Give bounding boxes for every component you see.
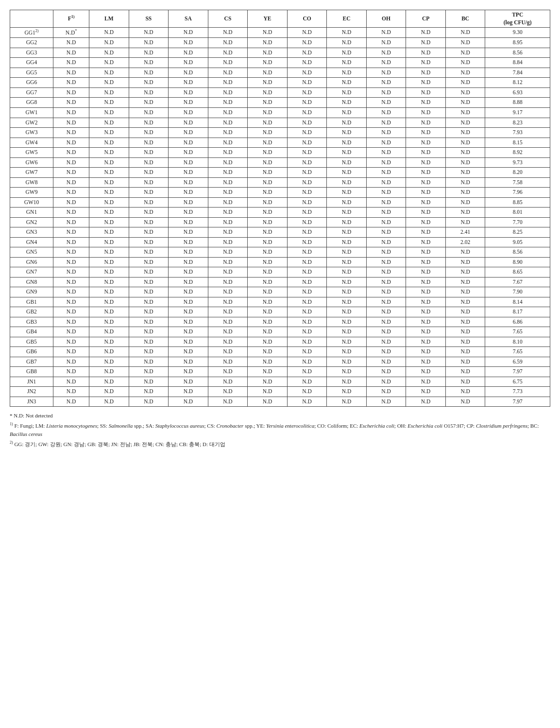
cell-ec: N.D	[327, 367, 367, 377]
cell-tpc: 7.97	[485, 367, 550, 377]
cell-cs: N.D	[208, 168, 248, 178]
cell-ye: N.D	[248, 197, 288, 208]
cell-cp: N.D	[406, 307, 446, 317]
cell-sa: N.D	[169, 227, 208, 238]
cell-tpc: 7.96	[485, 188, 550, 198]
cell-bc: N.D	[445, 148, 485, 158]
cell-ec: N.D	[327, 177, 367, 188]
cell-tpc: 7.73	[485, 387, 550, 397]
cell-cs: N.D	[208, 397, 248, 407]
table-row: GB3N.DN.DN.DN.DN.DN.DN.DN.DN.DN.DN.D6.86	[10, 317, 550, 327]
cell-bc: 2.02	[445, 237, 485, 247]
cell-lm: N.D	[89, 347, 129, 357]
cell-tpc: 7.97	[485, 397, 550, 407]
cell-ye: N.D	[248, 327, 288, 337]
header-sample	[10, 10, 53, 28]
cell-cs: N.D	[208, 48, 248, 58]
cell-f: N.D	[53, 247, 89, 258]
cell-ec: N.D	[327, 68, 367, 78]
table-row: GN9N.DN.DN.DN.DN.DN.DN.DN.DN.DN.DN.D7.90	[10, 287, 550, 297]
cell-tpc: 9.05	[485, 237, 550, 247]
cell-co: N.D	[287, 337, 327, 347]
cell-ss: N.D	[129, 327, 169, 337]
cell-ss: N.D	[129, 377, 169, 387]
cell-cp: N.D	[406, 78, 446, 88]
cell-cp: N.D	[406, 148, 446, 158]
cell-ec: N.D	[327, 327, 367, 337]
cell-lm: N.D	[89, 247, 129, 258]
cell-oh: N.D	[366, 28, 406, 38]
cell-lm: N.D	[89, 387, 129, 397]
cell-ye: N.D	[248, 337, 288, 347]
cell-ye: N.D	[248, 377, 288, 387]
cell-tpc: 7.58	[485, 177, 550, 188]
table-row: GB7N.DN.DN.DN.DN.DN.DN.DN.DN.DN.DN.D6.59	[10, 357, 550, 367]
cell-sample: GW10	[10, 197, 53, 208]
cell-sa: N.D	[169, 48, 208, 58]
cell-sa: N.D	[169, 78, 208, 88]
cell-ss: N.D	[129, 87, 169, 98]
cell-sample: GG6	[10, 78, 53, 88]
cell-cp: N.D	[406, 58, 446, 68]
cell-bc: N.D	[445, 287, 485, 297]
cell-co: N.D	[287, 68, 327, 78]
cell-sa: N.D	[169, 397, 208, 407]
cell-oh: N.D	[366, 337, 406, 347]
cell-ss: N.D	[129, 118, 169, 128]
cell-ye: N.D	[248, 58, 288, 68]
cell-lm: N.D	[89, 267, 129, 277]
cell-ec: N.D	[327, 247, 367, 258]
cell-f: N.D	[53, 197, 89, 208]
cell-ye: N.D	[248, 297, 288, 307]
cell-f: N.D	[53, 387, 89, 397]
cell-cp: N.D	[406, 157, 446, 168]
cell-bc: N.D	[445, 168, 485, 178]
cell-ec: N.D	[327, 257, 367, 267]
cell-oh: N.D	[366, 78, 406, 88]
cell-oh: N.D	[366, 98, 406, 108]
cell-sa: N.D	[169, 188, 208, 198]
cell-ss: N.D	[129, 227, 169, 238]
cell-f: N.D	[53, 208, 89, 218]
cell-bc: N.D	[445, 157, 485, 168]
cell-ye: N.D	[248, 188, 288, 198]
cell-co: N.D	[287, 367, 327, 377]
cell-ss: N.D	[129, 217, 169, 227]
cell-tpc: 8.23	[485, 118, 550, 128]
cell-ye: N.D	[248, 28, 288, 38]
table-row: GN5N.DN.DN.DN.DN.DN.DN.DN.DN.DN.DN.D8.56	[10, 247, 550, 258]
cell-cp: N.D	[406, 337, 446, 347]
cell-cs: N.D	[208, 287, 248, 297]
cell-ec: N.D	[327, 157, 367, 168]
cell-cs: N.D	[208, 157, 248, 168]
cell-ec: N.D	[327, 87, 367, 98]
cell-ye: N.D	[248, 107, 288, 118]
cell-sample: GN6	[10, 257, 53, 267]
header-ye: YE	[248, 10, 288, 28]
cell-lm: N.D	[89, 337, 129, 347]
cell-ss: N.D	[129, 277, 169, 287]
cell-ec: N.D	[327, 357, 367, 367]
cell-cs: N.D	[208, 68, 248, 78]
cell-oh: N.D	[366, 208, 406, 218]
cell-ec: N.D	[327, 217, 367, 227]
cell-sample: GN4	[10, 237, 53, 247]
cell-lm: N.D	[89, 227, 129, 238]
cell-ye: N.D	[248, 247, 288, 258]
cell-lm: N.D	[89, 58, 129, 68]
cell-cs: N.D	[208, 208, 248, 218]
cell-oh: N.D	[366, 48, 406, 58]
cell-ec: N.D	[327, 317, 367, 327]
cell-oh: N.D	[366, 197, 406, 208]
cell-sa: N.D	[169, 287, 208, 297]
cell-lm: N.D	[89, 168, 129, 178]
cell-cp: N.D	[406, 177, 446, 188]
table-row: GB2N.DN.DN.DN.DN.DN.DN.DN.DN.DN.DN.D8.17	[10, 307, 550, 317]
cell-ss: N.D	[129, 157, 169, 168]
cell-tpc: 8.17	[485, 307, 550, 317]
cell-ec: N.D	[327, 337, 367, 347]
cell-bc: N.D	[445, 48, 485, 58]
cell-tpc: 7.84	[485, 68, 550, 78]
cell-co: N.D	[287, 148, 327, 158]
cell-ss: N.D	[129, 337, 169, 347]
